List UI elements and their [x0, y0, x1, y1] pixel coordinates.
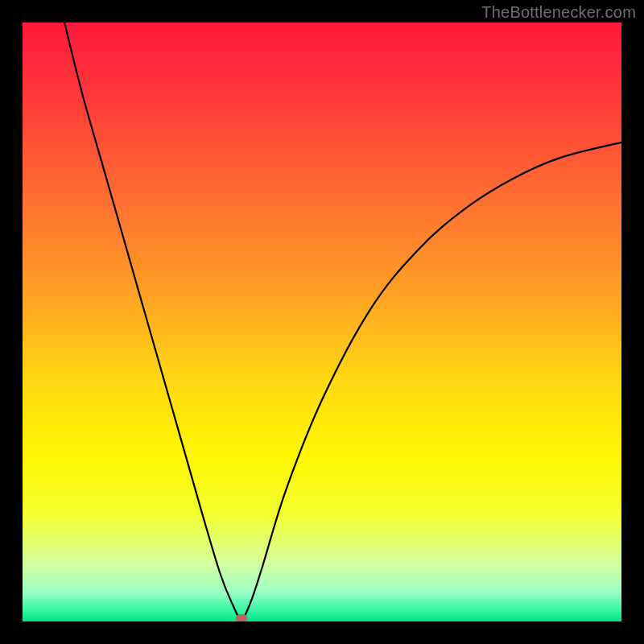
curve-layer	[23, 23, 621, 621]
plot-area	[23, 23, 621, 621]
optimal-point-marker	[236, 614, 247, 621]
bottleneck-curve-path	[64, 23, 621, 618]
watermark-text: TheBottlenecker.com	[481, 3, 636, 22]
chart-frame: TheBottlenecker.com	[0, 0, 644, 644]
